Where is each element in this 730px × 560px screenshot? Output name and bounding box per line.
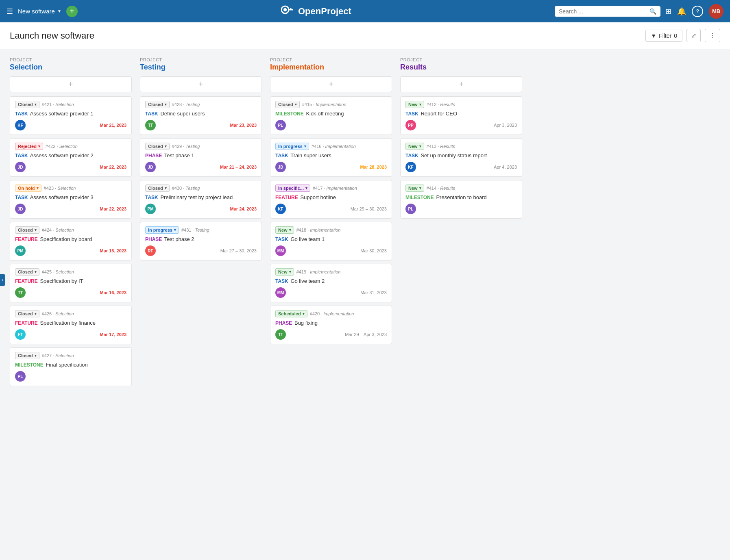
status-badge[interactable]: New ▾ xyxy=(405,101,424,108)
status-badge[interactable]: New ▾ xyxy=(405,143,424,150)
page-title: Launch new software xyxy=(10,30,94,41)
search-icon: 🔍 xyxy=(649,8,656,15)
card-type: PHASE xyxy=(275,320,292,326)
card-type: TASK xyxy=(15,153,28,158)
hamburger-icon[interactable]: ☰ xyxy=(7,7,13,16)
card-id: #431 · Testing xyxy=(181,228,209,232)
status-badge[interactable]: New ▾ xyxy=(275,268,294,276)
card-item[interactable]: Closed ▾ #425 · Selection FEATURE Specif… xyxy=(10,264,132,302)
card-footer: PL xyxy=(405,204,517,214)
card-date: Mar 22, 2023 xyxy=(100,206,126,211)
status-badge[interactable]: On hold ▾ xyxy=(15,184,41,192)
card-title: Go live team 1 xyxy=(290,236,325,242)
card-item[interactable]: Scheduled ▾ #420 · Implementation PHASE … xyxy=(270,306,392,344)
column-title: Selection xyxy=(10,63,132,72)
card-item[interactable]: Rejected ▾ #422 · Selection TASK Assess … xyxy=(10,138,132,177)
status-badge[interactable]: In specific... ▾ xyxy=(275,184,310,192)
status-badge[interactable]: Closed ▾ xyxy=(15,101,39,108)
card-footer: PM Mar 24, 2023 xyxy=(145,204,257,214)
status-badge[interactable]: New ▾ xyxy=(275,226,294,234)
bell-icon[interactable]: 🔔 xyxy=(677,7,686,16)
status-dropdown-arrow: ▾ xyxy=(305,186,307,190)
status-badge[interactable]: Closed ▾ xyxy=(145,143,170,150)
card-item[interactable]: Closed ▾ #428 · Testing TASK Define supe… xyxy=(140,96,262,135)
card-title-row: PHASE Test phase 2 xyxy=(145,236,257,242)
status-dropdown-arrow: ▾ xyxy=(165,102,167,106)
card-title: Report for CEO xyxy=(421,111,457,117)
status-badge[interactable]: Closed ▾ xyxy=(15,226,39,234)
card-id: #423 · Selection xyxy=(44,186,76,191)
card-date: Mar 17, 2023 xyxy=(100,332,126,337)
card-title: Go live team 2 xyxy=(290,278,325,284)
card-title-row: TASK Go live team 1 xyxy=(275,236,387,242)
add-button[interactable]: + xyxy=(66,6,78,17)
card-top: In specific... ▾ #417 · Implementation xyxy=(275,184,387,192)
add-card-button-results[interactable]: + xyxy=(400,76,522,92)
card-avatar: MM xyxy=(275,287,286,298)
card-title-row: FEATURE Specification by finance xyxy=(15,320,126,326)
card-title-row: TASK Preliminary test by project lead xyxy=(145,194,257,200)
card-item[interactable]: New ▾ #413 · Results TASK Set up monthly… xyxy=(400,138,522,177)
user-avatar[interactable]: MB xyxy=(709,4,723,19)
card-item[interactable]: Closed ▾ #421 · Selection TASK Assess so… xyxy=(10,96,132,135)
status-badge[interactable]: Closed ▾ xyxy=(145,101,170,108)
card-item[interactable]: New ▾ #414 · Results MILESTONE Presentat… xyxy=(400,180,522,219)
card-item[interactable]: New ▾ #412 · Results TASK Report for CEO… xyxy=(400,96,522,135)
logo-icon xyxy=(281,4,294,18)
status-text: On hold xyxy=(18,186,35,191)
status-badge[interactable]: In progress ▾ xyxy=(275,143,309,150)
card-item[interactable]: Closed ▾ #430 · Testing TASK Preliminary… xyxy=(140,180,262,219)
sidebar-toggle[interactable]: › xyxy=(0,274,5,286)
filter-button[interactable]: ▼ Filter 0 xyxy=(645,30,682,42)
status-dropdown-arrow: ▾ xyxy=(303,312,305,316)
card-footer: JD Mar 28, 2023 xyxy=(275,162,387,172)
more-options-button[interactable]: ⋮ xyxy=(705,29,720,42)
logo-text: OpenProject xyxy=(298,6,351,17)
card-item[interactable]: Closed ▾ #429 · Testing PHASE Test phase… xyxy=(140,138,262,177)
status-text: New xyxy=(408,144,418,149)
card-footer: PM Mar 15, 2023 xyxy=(15,245,126,256)
status-text: Closed xyxy=(278,102,293,107)
add-card-button-testing[interactable]: + xyxy=(140,76,262,92)
card-item[interactable]: Closed ▾ #424 · Selection FEATURE Specif… xyxy=(10,222,132,260)
help-icon[interactable]: ? xyxy=(692,6,703,17)
status-badge[interactable]: Closed ▾ xyxy=(275,101,300,108)
search-input[interactable] xyxy=(559,8,647,15)
card-type: TASK xyxy=(405,153,418,158)
status-badge[interactable]: Closed ▾ xyxy=(15,352,39,359)
card-item[interactable]: Closed ▾ #415 · Implementation MILESTONE… xyxy=(270,96,392,135)
card-item[interactable]: On hold ▾ #423 · Selection TASK Assess s… xyxy=(10,180,132,219)
card-item[interactable]: In progress ▾ #431 · Testing PHASE Test … xyxy=(140,222,262,260)
card-footer: KF Apr 4, 2023 xyxy=(405,162,517,172)
card-item[interactable]: New ▾ #418 · Implementation TASK Go live… xyxy=(270,222,392,260)
card-item[interactable]: New ▾ #419 · Implementation TASK Go live… xyxy=(270,264,392,302)
add-card-button-implementation[interactable]: + xyxy=(270,76,392,92)
status-badge[interactable]: Closed ▾ xyxy=(145,184,170,192)
fullscreen-button[interactable]: ⤢ xyxy=(686,29,701,42)
card-type: TASK xyxy=(275,237,288,242)
project-selector[interactable]: New software ▼ xyxy=(18,8,61,15)
column-header-testing: Project Testing xyxy=(140,57,262,72)
card-avatar: FT xyxy=(15,329,26,340)
card-id: #428 · Testing xyxy=(172,102,200,107)
card-title-row: TASK Assess software provider 3 xyxy=(15,194,126,200)
card-item[interactable]: Closed ▾ #426 · Selection FEATURE Specif… xyxy=(10,306,132,344)
status-badge[interactable]: Closed ▾ xyxy=(15,310,39,317)
card-title-row: FEATURE Specification by IT xyxy=(15,278,126,284)
card-date: Mar 24, 2023 xyxy=(230,206,257,211)
status-badge[interactable]: Rejected ▾ xyxy=(15,143,43,150)
status-badge[interactable]: Scheduled ▾ xyxy=(275,310,307,317)
card-avatar: KF xyxy=(15,120,26,130)
add-card-button-selection[interactable]: + xyxy=(10,76,132,92)
page-header: Launch new software ▼ Filter 0 ⤢ ⋮ xyxy=(0,22,730,49)
status-badge[interactable]: In progress ▾ xyxy=(145,226,179,234)
grid-icon[interactable]: ⊞ xyxy=(665,7,671,16)
status-badge[interactable]: New ▾ xyxy=(405,184,424,192)
card-item[interactable]: Closed ▾ #427 · Selection MILESTONE Fina… xyxy=(10,347,132,386)
card-item[interactable]: In progress ▾ #416 · Implementation TASK… xyxy=(270,138,392,177)
status-badge[interactable]: Closed ▾ xyxy=(15,268,39,276)
card-top: Closed ▾ #429 · Testing xyxy=(145,143,257,150)
column-results: Project Results + New ▾ #412 · Results T… xyxy=(400,57,522,389)
card-item[interactable]: In specific... ▾ #417 · Implementation F… xyxy=(270,180,392,219)
status-dropdown-arrow: ▾ xyxy=(38,144,40,148)
